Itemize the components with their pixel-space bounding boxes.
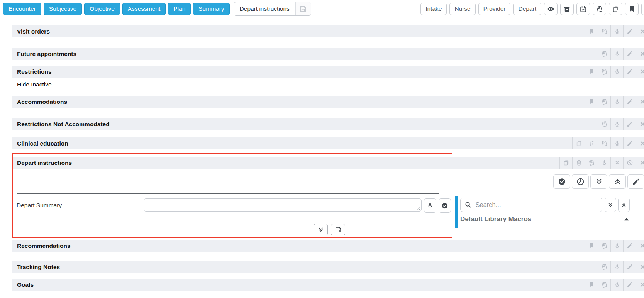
calendar-check-icon[interactable] bbox=[576, 3, 590, 15]
bookmark-icon[interactable] bbox=[585, 240, 598, 252]
chevrons-down-icon[interactable] bbox=[314, 224, 328, 235]
close-icon[interactable] bbox=[636, 66, 644, 78]
section-actions bbox=[559, 157, 644, 169]
default-library-macros-header[interactable]: Default Library Macros bbox=[458, 213, 635, 225]
mic-icon[interactable] bbox=[598, 157, 610, 169]
circle-check-icon[interactable] bbox=[553, 174, 570, 189]
stage-button-intake[interactable]: Intake bbox=[420, 3, 447, 15]
book-icon[interactable] bbox=[598, 137, 610, 149]
close-icon[interactable] bbox=[636, 25, 644, 37]
book-icon[interactable] bbox=[598, 48, 610, 60]
copy-icon[interactable] bbox=[609, 3, 622, 15]
book-icon[interactable] bbox=[598, 240, 610, 252]
pencil-icon[interactable] bbox=[627, 174, 644, 189]
macro-search-box bbox=[460, 198, 602, 212]
close-icon[interactable] bbox=[636, 137, 644, 149]
macro-scroll-down-button[interactable] bbox=[605, 198, 616, 212]
section-accommodations[interactable]: Accommodations bbox=[12, 96, 644, 108]
section-title: Tracking Notes bbox=[12, 264, 60, 271]
book-icon[interactable] bbox=[598, 261, 610, 273]
book-icon[interactable] bbox=[593, 3, 606, 15]
section-depart-instructions[interactable]: Depart instructions bbox=[12, 157, 644, 169]
archive-icon[interactable] bbox=[560, 3, 574, 15]
mic-icon[interactable] bbox=[610, 118, 623, 130]
section-clinical-education[interactable]: Clinical education bbox=[12, 137, 644, 149]
book-icon[interactable] bbox=[598, 279, 610, 291]
pencil-icon[interactable] bbox=[623, 137, 636, 149]
gear-icon[interactable] bbox=[641, 3, 644, 15]
bookmark-icon[interactable] bbox=[585, 25, 598, 37]
pencil-icon[interactable] bbox=[623, 261, 636, 273]
bookmark-icon[interactable] bbox=[585, 66, 598, 78]
chevrons-up-icon[interactable] bbox=[609, 174, 626, 189]
section-title: Visit orders bbox=[12, 28, 50, 35]
tab-objective[interactable]: Objective bbox=[84, 3, 120, 15]
pencil-icon[interactable] bbox=[623, 96, 636, 108]
macro-search-input[interactable] bbox=[475, 201, 598, 209]
section-actions bbox=[585, 66, 644, 78]
bookmark-icon[interactable] bbox=[625, 3, 639, 15]
bookmark-icon[interactable] bbox=[585, 96, 598, 108]
book-icon[interactable] bbox=[598, 25, 610, 37]
tab-plan[interactable]: Plan bbox=[168, 3, 191, 15]
confirm-button[interactable] bbox=[439, 198, 451, 213]
mic-icon[interactable] bbox=[610, 96, 623, 108]
save-icon[interactable] bbox=[331, 224, 345, 235]
book-icon[interactable] bbox=[598, 96, 610, 108]
section-tracking-notes[interactable]: Tracking Notes bbox=[12, 261, 644, 273]
mic-button[interactable] bbox=[424, 198, 436, 213]
stage-button-provider[interactable]: Provider bbox=[478, 3, 511, 15]
bookmark-icon[interactable] bbox=[585, 279, 598, 291]
pencil-icon[interactable] bbox=[623, 48, 636, 60]
pencil-icon[interactable] bbox=[623, 66, 636, 78]
section-visit-orders[interactable]: Visit orders bbox=[12, 25, 644, 37]
close-icon[interactable] bbox=[636, 157, 644, 169]
close-icon[interactable] bbox=[636, 279, 644, 291]
close-icon[interactable] bbox=[636, 96, 644, 108]
pencil-icon[interactable] bbox=[623, 118, 636, 130]
macro-scroll-up-button[interactable] bbox=[618, 198, 630, 212]
trash-icon[interactable] bbox=[585, 137, 598, 149]
pencil-icon[interactable] bbox=[623, 240, 636, 252]
tab-encounter[interactable]: Encounter bbox=[3, 3, 41, 15]
caret-up-icon[interactable] bbox=[623, 215, 630, 223]
tab-assessment[interactable]: Assessment bbox=[122, 3, 166, 15]
copy-icon[interactable] bbox=[572, 137, 585, 149]
section-future-appointments[interactable]: Future appointments bbox=[12, 48, 644, 60]
close-icon[interactable] bbox=[636, 118, 644, 130]
save-note-icon[interactable] bbox=[295, 2, 311, 15]
mic-icon[interactable] bbox=[610, 261, 623, 273]
mic-icon[interactable] bbox=[610, 240, 623, 252]
book-icon[interactable] bbox=[598, 118, 610, 130]
mic-icon[interactable] bbox=[610, 279, 623, 291]
pencil-icon[interactable] bbox=[623, 279, 636, 291]
mic-icon[interactable] bbox=[610, 66, 623, 78]
stage-button-nurse[interactable]: Nurse bbox=[449, 3, 475, 15]
trash-icon[interactable] bbox=[572, 157, 585, 169]
hide-inactive-link[interactable]: Hide Inactive bbox=[17, 81, 52, 88]
close-icon[interactable] bbox=[636, 261, 644, 273]
mic-icon[interactable] bbox=[610, 137, 623, 149]
close-icon[interactable] bbox=[636, 48, 644, 60]
book-icon[interactable] bbox=[598, 66, 610, 78]
book-icon[interactable] bbox=[585, 157, 598, 169]
section-restrictions[interactable]: Restrictions bbox=[12, 66, 644, 78]
copy-icon[interactable] bbox=[559, 157, 572, 169]
stage-button-depart[interactable]: Depart bbox=[513, 3, 541, 15]
eye-icon[interactable] bbox=[544, 3, 558, 15]
depart-summary-input[interactable] bbox=[144, 198, 422, 212]
ban-icon[interactable] bbox=[623, 157, 636, 169]
section-restrictions-not-accommodated[interactable]: Restrictions Not Accommodated bbox=[12, 118, 644, 130]
clock-icon[interactable] bbox=[572, 174, 589, 189]
chevrons-down-icon[interactable] bbox=[590, 174, 607, 189]
section-goals[interactable]: Goals bbox=[12, 279, 644, 291]
mic-icon[interactable] bbox=[610, 48, 623, 60]
active-note-tab[interactable]: Depart instructions bbox=[234, 2, 311, 16]
pencil-icon[interactable] bbox=[623, 25, 636, 37]
tab-summary[interactable]: Summary bbox=[193, 3, 229, 15]
close-icon[interactable] bbox=[636, 240, 644, 252]
tab-subjective[interactable]: Subjective bbox=[44, 3, 82, 15]
section-recommendations[interactable]: Recommendations bbox=[12, 240, 644, 252]
mic-icon[interactable] bbox=[610, 25, 623, 37]
chevrons-down-icon[interactable] bbox=[610, 157, 623, 169]
